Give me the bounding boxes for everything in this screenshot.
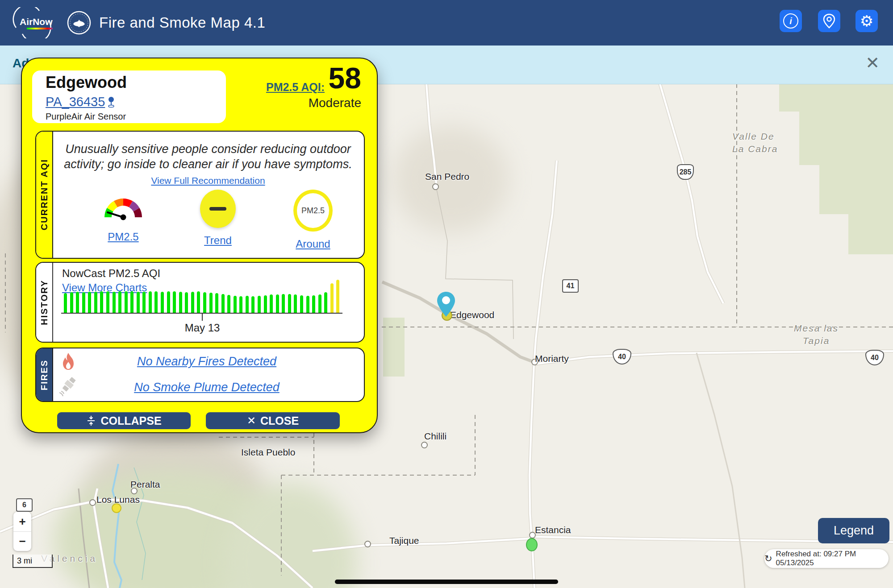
settings-button[interactable]: ⚙ [855, 10, 878, 32]
selected-location-pin[interactable] [436, 291, 456, 319]
page-title: Fire and Smoke Map 4.1 [99, 14, 265, 31]
sensor-marker-los-lunas[interactable] [112, 503, 121, 513]
collapse-label: COLLAPSE [100, 414, 161, 427]
around-item: PM2.5 Around [273, 190, 353, 250]
history-bar [270, 294, 273, 313]
app: San Pedro Valle De La Cabra Edgewood Mor… [0, 0, 893, 588]
town-dot-tajique [364, 541, 371, 547]
refresh-text: Refreshed at: 09:27 PM 05/13/2025 [776, 550, 889, 567]
history-bar [179, 292, 182, 313]
pm25-link[interactable]: PM2.5 [108, 231, 138, 243]
trend-icon [200, 190, 236, 228]
history-bar [88, 292, 91, 313]
home-indicator [335, 580, 558, 584]
history-bar [276, 294, 279, 313]
station-card: Edgewood PA_36435 PurpleAir Air Sensor [32, 70, 226, 123]
history-bar [191, 292, 194, 313]
aqi-gauge-icon [101, 190, 146, 224]
history-bar [324, 292, 327, 313]
collapse-icon [86, 415, 96, 426]
history-bar [185, 292, 188, 313]
town-dot-los-lunas [89, 499, 96, 506]
history-bar [318, 294, 321, 313]
history-bar [258, 296, 261, 313]
settings-icon: ⚙ [860, 13, 873, 29]
route-shield-6: 6 [16, 498, 33, 512]
history-bar [154, 291, 158, 313]
history-bar [70, 292, 73, 313]
history-bar [173, 291, 176, 313]
station-popup: Edgewood PA_36435 PurpleAir Air Sensor P… [21, 58, 378, 433]
history-bar [221, 294, 225, 313]
info-button[interactable]: i [780, 10, 802, 32]
aqi-value: 58 [329, 61, 361, 95]
svg-text:AirNow: AirNow [20, 17, 53, 27]
history-bar [209, 293, 213, 313]
history-section: HISTORY NowCast PM2.5 AQI View More Char… [35, 262, 365, 343]
map-label-mesa-las-tapia: Mesa las Tapia [794, 322, 839, 348]
history-bar [167, 291, 170, 313]
zoom-control: + − [13, 512, 31, 551]
history-bar [82, 292, 85, 313]
history-bar [306, 296, 309, 313]
trend-link[interactable]: Trend [204, 234, 232, 247]
close-label: CLOSE [260, 414, 299, 427]
town-dot-san-pedro [432, 183, 439, 190]
banner-close-icon[interactable]: ✕ [865, 54, 880, 71]
history-bar [288, 294, 291, 313]
history-axis-label: May 13 [158, 322, 247, 334]
aqi-category: Moderate [309, 96, 361, 110]
history-tab: HISTORY [36, 263, 53, 342]
station-id-link[interactable]: PA_36435 [46, 95, 115, 109]
locate-button[interactable] [818, 10, 840, 32]
zoom-in-button[interactable]: + [13, 512, 31, 532]
history-bar [106, 291, 109, 313]
map-label-edgewood: Edgewood [450, 310, 494, 320]
history-bar [264, 295, 267, 313]
close-button[interactable]: ✕ CLOSE [206, 412, 340, 429]
history-bar [215, 293, 218, 313]
no-smoke-plume-link[interactable]: No Smoke Plume Detected [52, 381, 361, 394]
collapse-button[interactable]: COLLAPSE [57, 412, 191, 429]
aqi-health-message: Unusually sensitive people consider redu… [57, 141, 359, 172]
history-bar [161, 292, 164, 313]
legend-button[interactable]: Legend [818, 518, 889, 543]
current-aqi-section: CURRENT AQI Unusually sensitive people c… [35, 131, 365, 259]
history-bar [113, 292, 116, 313]
history-bar [94, 292, 97, 313]
view-full-recommendation-link[interactable]: View Full Recommendation [57, 175, 359, 186]
app-header: AirNow Fire and Smoke Map 4.1 i ⚙ [0, 0, 893, 46]
close-icon: ✕ [247, 414, 256, 427]
station-id-text: PA_36435 [46, 95, 105, 109]
history-bar [239, 296, 242, 313]
history-bar [142, 292, 146, 313]
no-nearby-fires-link[interactable]: No Nearby Fires Detected [52, 355, 361, 369]
town-dot-chilili [421, 442, 428, 448]
current-aqi-tab: CURRENT AQI [36, 132, 53, 258]
history-bar [336, 280, 339, 313]
map-label-peralta: Peralta [130, 479, 160, 490]
refresh-icon: ↻ [764, 553, 772, 564]
pm25-gauge-item: PM2.5 [83, 190, 163, 243]
history-bar [300, 295, 303, 313]
history-bar [246, 296, 249, 313]
route-shield-41: 41 [562, 279, 579, 293]
map-label-tajique: Tajique [389, 535, 419, 546]
aqi-label-link[interactable]: PM2.5 AQI: [266, 81, 325, 94]
map-scale: 3 mi [13, 555, 53, 568]
wildfire-program-logo [67, 11, 91, 35]
scale-label: 3 mi [17, 556, 32, 566]
sensor-pin-icon [108, 96, 115, 108]
sensor-marker-estancia[interactable] [526, 538, 538, 551]
history-bar [149, 291, 152, 313]
history-bar [227, 295, 230, 313]
map-label-chilili: Chilili [424, 431, 446, 442]
around-link[interactable]: Around [296, 238, 330, 250]
zoom-out-button[interactable]: − [13, 531, 31, 551]
fires-tab: FIRES [36, 348, 53, 401]
history-bar [125, 291, 128, 313]
map-label-estancia: Estancia [535, 525, 571, 535]
map-label-san-pedro: San Pedro [425, 171, 469, 182]
station-name: Edgewood [46, 73, 127, 92]
history-bar [100, 291, 103, 313]
